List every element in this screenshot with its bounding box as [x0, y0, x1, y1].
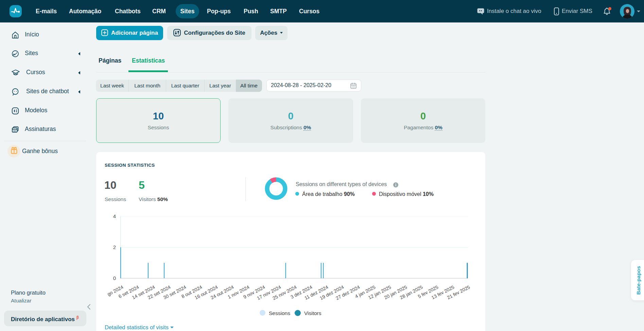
svg-text:4: 4 — [113, 213, 116, 219]
svg-text:0: 0 — [113, 275, 116, 281]
svg-text:2: 2 — [113, 244, 116, 250]
